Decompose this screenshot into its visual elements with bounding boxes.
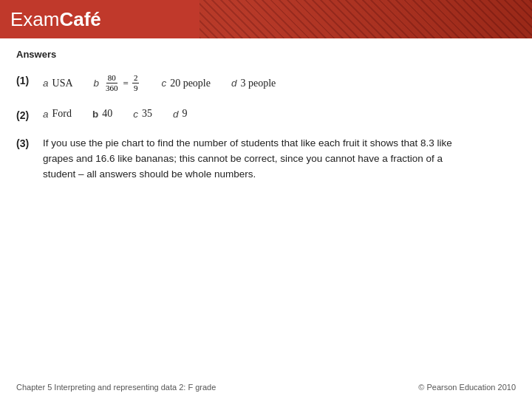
fraction-numerator: 80 [106, 73, 117, 83]
part-label-2c: c [133, 109, 138, 120]
part-value-2a: Ford [52, 108, 72, 120]
answer-num-2: (2) [16, 109, 43, 121]
fraction-denominator: 360 [104, 83, 120, 93]
part-label-2a: a [43, 109, 49, 120]
part-label-1c: c [161, 78, 166, 89]
fraction-2-9: 2 9 [132, 73, 140, 93]
answer-num-1: (1) [16, 75, 43, 86]
logo: ExamCafé [10, 8, 101, 31]
footer-right-text: © Pearson Education 2010 [418, 383, 516, 392]
answer-row-2: (2) a Ford b 40 c 35 d 9 [16, 108, 516, 121]
answers-title: Answers [16, 49, 516, 60]
header-photo-overlay [200, 0, 532, 38]
answer-parts-1: a USA b 80 360 = 2 9 c 20 people d 3 peo… [43, 73, 296, 93]
part-value-2c: 35 [142, 108, 152, 120]
answer-row-1: (1) a USA b 80 360 = 2 9 c 20 people d 3… [16, 73, 516, 93]
part-label-1d: d [231, 78, 237, 89]
part-value-1d: 3 people [240, 78, 276, 89]
part-label-1a: a [43, 78, 49, 89]
part-label-1b: b [94, 78, 100, 89]
header: ExamCafé [0, 0, 532, 38]
logo-exam: Exam [10, 8, 59, 30]
part-value-2b: 40 [102, 108, 112, 120]
footer-left-text: Chapter 5 Interpreting and representing … [16, 383, 216, 392]
equals-sign: = [123, 78, 129, 89]
part-value-1b: 80 360 = 2 9 [103, 73, 140, 93]
answer-parts-2: a Ford b 40 c 35 d 9 [43, 108, 208, 120]
main-content: Answers (1) a USA b 80 360 = 2 9 c 20 pe… [0, 38, 532, 205]
part-label-2b: b [92, 109, 98, 120]
fraction-denominator-2: 9 [132, 83, 140, 93]
fraction-80-360: 80 360 [104, 73, 120, 93]
answer-para-3: If you use the pie chart to find the num… [43, 136, 457, 183]
fraction-numerator-2: 2 [132, 73, 140, 83]
logo-cafe: Café [59, 8, 100, 30]
answer-num-3: (3) [16, 137, 43, 149]
part-label-2d: d [173, 109, 179, 120]
part-value-1a: USA [52, 78, 73, 89]
part-value-1c: 20 people [170, 78, 211, 89]
footer: Chapter 5 Interpreting and representing … [16, 383, 516, 392]
part-value-2d: 9 [182, 108, 187, 120]
answer-row-3: (3) If you use the pie chart to find the… [16, 136, 516, 183]
